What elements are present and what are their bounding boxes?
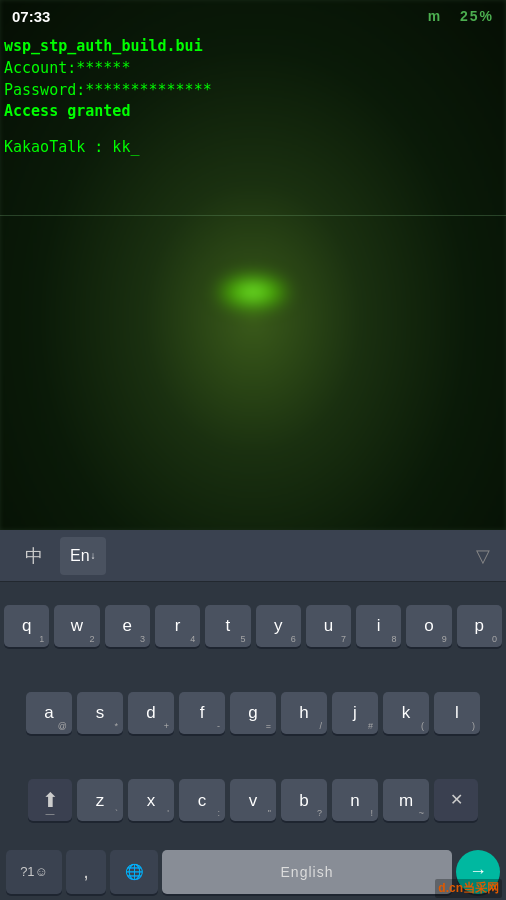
terminal-line-3: Password:************** bbox=[4, 80, 212, 102]
terminal-screen: wsp_stp_auth_build.bui Account:****** Pa… bbox=[0, 0, 506, 530]
keyboard-bottom-row: ?1☺ , 🌐 English → bbox=[0, 844, 506, 900]
globe-icon: 🌐 bbox=[125, 863, 144, 881]
network-indicator: m bbox=[428, 8, 442, 24]
symbols-key[interactable]: ?1☺ bbox=[6, 850, 62, 894]
backspace-key[interactable]: ✕ bbox=[434, 779, 478, 821]
key-i[interactable]: i8 bbox=[356, 605, 401, 647]
key-q[interactable]: q1 bbox=[4, 605, 49, 647]
key-r[interactable]: r4 bbox=[155, 605, 200, 647]
collapse-keyboard-button[interactable]: ▽ bbox=[468, 541, 498, 571]
key-h[interactable]: h/ bbox=[281, 692, 327, 734]
english-label: En bbox=[70, 547, 90, 565]
key-p[interactable]: p0 bbox=[457, 605, 502, 647]
key-n[interactable]: n! bbox=[332, 779, 378, 821]
key-l[interactable]: l) bbox=[434, 692, 480, 734]
key-j[interactable]: j# bbox=[332, 692, 378, 734]
watermark: d.cn当采网 bbox=[435, 879, 502, 898]
symbols-label: ?1☺ bbox=[20, 864, 48, 879]
key-c[interactable]: c: bbox=[179, 779, 225, 821]
space-key[interactable]: English bbox=[162, 850, 452, 894]
key-m[interactable]: m~ bbox=[383, 779, 429, 821]
comma-label: , bbox=[83, 860, 89, 883]
key-x[interactable]: x' bbox=[128, 779, 174, 821]
keyboard-row-2: a@ s* d+ f- g= h/ j# k( l) bbox=[0, 669, 506, 756]
english-suffix: ↓ bbox=[91, 550, 96, 561]
terminal-line-4: Access granted bbox=[4, 101, 212, 123]
keyboard-row-3: ⬆ — z` x' c: v" b? n! m~ ✕ bbox=[0, 757, 506, 844]
key-y[interactable]: y6 bbox=[256, 605, 301, 647]
screen-divider bbox=[0, 215, 506, 216]
key-w[interactable]: w2 bbox=[54, 605, 99, 647]
key-d[interactable]: d+ bbox=[128, 692, 174, 734]
key-s[interactable]: s* bbox=[77, 692, 123, 734]
terminal-line-2: Account:****** bbox=[4, 58, 212, 80]
status-bar: 07:33 m 25% bbox=[0, 0, 506, 32]
shift-key[interactable]: ⬆ — bbox=[28, 779, 72, 821]
key-z[interactable]: z` bbox=[77, 779, 123, 821]
key-b[interactable]: b? bbox=[281, 779, 327, 821]
keyboard-row-1: q1 w2 e3 r4 t5 y6 u7 i8 o9 p0 bbox=[0, 582, 506, 669]
language-bar: 中 En↓ ▽ bbox=[0, 530, 506, 582]
terminal-output: wsp_stp_auth_build.bui Account:****** Pa… bbox=[4, 36, 212, 159]
terminal-blank bbox=[4, 123, 212, 137]
keyboard-panel: 中 En↓ ▽ q1 w2 e3 r4 t5 y6 u7 i8 o9 p0 a@… bbox=[0, 530, 506, 900]
key-o[interactable]: o9 bbox=[406, 605, 451, 647]
time-display: 07:33 bbox=[12, 8, 50, 25]
key-f[interactable]: f- bbox=[179, 692, 225, 734]
key-u[interactable]: u7 bbox=[306, 605, 351, 647]
terminal-line-1: wsp_stp_auth_build.bui bbox=[4, 36, 212, 58]
terminal-line-6: KakaoTalk : kk_ bbox=[4, 137, 212, 159]
key-e[interactable]: e3 bbox=[105, 605, 150, 647]
key-v[interactable]: v" bbox=[230, 779, 276, 821]
comma-key[interactable]: , bbox=[66, 850, 106, 894]
key-a[interactable]: a@ bbox=[26, 692, 72, 734]
battery-network: m 25% bbox=[428, 8, 494, 24]
key-g[interactable]: g= bbox=[230, 692, 276, 734]
key-k[interactable]: k( bbox=[383, 692, 429, 734]
chinese-lang-button[interactable]: 中 bbox=[8, 537, 60, 575]
english-lang-button[interactable]: En↓ bbox=[60, 537, 106, 575]
key-t[interactable]: t5 bbox=[205, 605, 250, 647]
globe-key[interactable]: 🌐 bbox=[110, 850, 158, 894]
battery-level: 25% bbox=[460, 8, 494, 24]
space-label: English bbox=[281, 864, 334, 880]
